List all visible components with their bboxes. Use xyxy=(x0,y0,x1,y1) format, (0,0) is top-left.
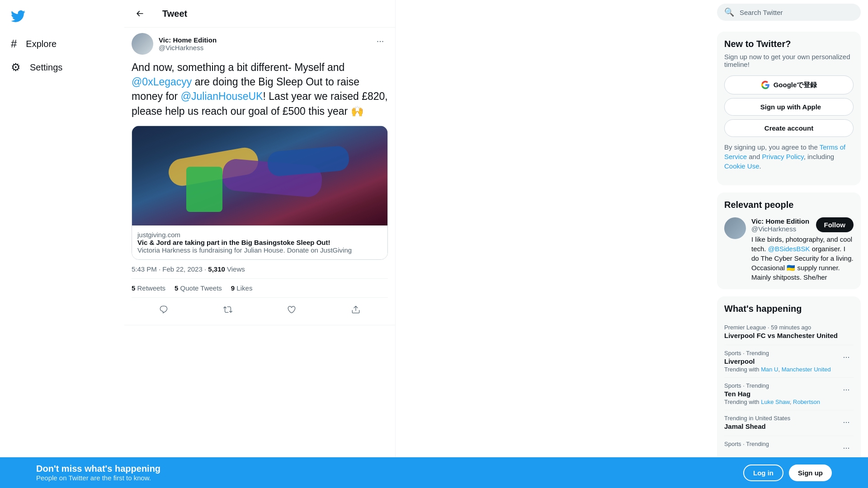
terms-text: By signing up, you agree to the Terms of… xyxy=(724,142,854,171)
person-info: Vic: Home Edition @VicHarkness Follow I … xyxy=(751,217,854,282)
person-avatar[interactable] xyxy=(724,217,746,239)
tweet-page-header: Tweet xyxy=(124,0,395,28)
quote-tweets-stat: 5 Quote Tweets xyxy=(175,284,222,292)
trend-name: Ten Hag xyxy=(724,390,820,398)
author-avatar[interactable] xyxy=(132,33,153,55)
trend-more-button[interactable]: ··· xyxy=(839,415,854,429)
twitter-logo[interactable] xyxy=(5,4,31,30)
create-account-button[interactable]: Create account xyxy=(724,119,854,137)
trend-item-tenhag[interactable]: Sports · Trending Ten Hag Trending with … xyxy=(724,378,854,410)
trend-row: Sports · Trending ··· xyxy=(724,441,854,455)
banner-actions: Log in Sign up xyxy=(743,465,832,481)
trend-content: Sports · Trending xyxy=(724,441,769,447)
tweet-image-canvas xyxy=(132,126,387,225)
gear-icon: ⚙ xyxy=(11,61,21,74)
tweet-stats: 5 Retweets 5 Quote Tweets 9 Likes xyxy=(132,278,388,298)
retweets-stat: 5 Retweets xyxy=(132,284,165,292)
trend-link-manu[interactable]: Man U xyxy=(761,366,778,373)
sidebar-item-settings[interactable]: ⚙ Settings xyxy=(5,56,68,79)
person-handle[interactable]: @VicHarkness xyxy=(751,225,809,233)
person-row: Vic: Home Edition @VicHarkness Follow I … xyxy=(724,217,854,282)
trend-more-button[interactable]: ··· xyxy=(839,441,854,455)
trend-name: Jamal Shead xyxy=(724,422,790,430)
link-domain: justgiving.com xyxy=(137,231,382,239)
mention-link-julian[interactable]: @JulianHouseUK xyxy=(181,90,263,102)
reply-icon xyxy=(159,305,168,314)
google-signup-button[interactable]: Googleで登録 xyxy=(724,75,854,94)
sidebar: # Explore ⚙ Settings xyxy=(0,0,124,488)
author-handle[interactable]: @VicHarkness xyxy=(159,44,217,52)
search-input-wrapper[interactable]: 🔍 xyxy=(717,4,861,21)
tweet-more-button[interactable]: ··· xyxy=(373,33,388,48)
mention-link-legacy[interactable]: @0xLegacyy xyxy=(132,76,192,88)
banner-login-button[interactable]: Log in xyxy=(743,465,783,481)
banner-text: Don't miss what's happening People on Tw… xyxy=(36,464,160,482)
trend-meta: Sports · Trending xyxy=(724,382,820,389)
whats-happening-title: What's happening xyxy=(724,304,854,314)
trend-row: Sports · Trending Ten Hag Trending with … xyxy=(724,382,854,405)
author-details: Vic: Home Edition @VicHarkness xyxy=(159,36,217,52)
author-name[interactable]: Vic: Home Edition xyxy=(159,36,217,44)
trend-desc: Trending with Luke Shaw, Robertson xyxy=(724,399,820,405)
back-arrow-icon xyxy=(135,9,144,18)
bottom-banner: Don't miss what's happening People on Tw… xyxy=(0,457,868,488)
like-button[interactable] xyxy=(283,301,300,318)
trend-more-button[interactable]: ··· xyxy=(839,350,854,364)
sidebar-item-settings-label: Settings xyxy=(30,62,62,73)
trend-link-lukeshaw[interactable]: Luke Shaw xyxy=(761,399,790,405)
trend-item-jamal[interactable]: Trending in United States Jamal Shead ··… xyxy=(724,410,854,436)
trend-meta: Trending in United States xyxy=(724,415,790,422)
new-to-twitter-panel: New to Twitter? Sign up now to get your … xyxy=(717,32,861,185)
share-button[interactable] xyxy=(348,301,364,318)
right-sidebar: 🔍 New to Twitter? Sign up now to get you… xyxy=(710,0,868,488)
tweet-text: And now, something a bit different- Myse… xyxy=(132,60,388,118)
relevant-people-panel: Relevant people Vic: Home Edition @VicHa… xyxy=(717,192,861,289)
cookie-use-link[interactable]: Cookie Use xyxy=(724,162,760,170)
trend-row: Sports · Trending Liverpool Trending wit… xyxy=(724,350,854,373)
trend-meta: Premier League · 59 minutes ago xyxy=(724,324,838,331)
trend-content: Sports · Trending Liverpool Trending wit… xyxy=(724,350,831,373)
trend-content: Sports · Trending Ten Hag Trending with … xyxy=(724,382,820,405)
trend-name: Liverpool FC vs Manchester United xyxy=(724,332,838,339)
retweet-button[interactable] xyxy=(220,301,236,318)
share-icon xyxy=(351,305,360,314)
apple-signup-button[interactable]: Sign up with Apple xyxy=(724,98,854,116)
heart-icon xyxy=(287,305,296,314)
new-to-twitter-subtitle: Sign up now to get your own personalized… xyxy=(724,53,854,68)
search-icon: 🔍 xyxy=(724,7,734,17)
trend-item-liverpool-match[interactable]: Premier League · 59 minutes ago Liverpoo… xyxy=(724,319,854,345)
tweet-link-preview-card[interactable]: justgiving.com Vic & Jord are taking par… xyxy=(132,126,388,260)
trend-row: Trending in United States Jamal Shead ··… xyxy=(724,415,854,431)
sidebar-item-explore[interactable]: # Explore xyxy=(5,32,62,56)
banner-signup-button[interactable]: Sign up xyxy=(789,465,832,481)
trend-item-liverpool[interactable]: Sports · Trending Liverpool Trending wit… xyxy=(724,345,854,378)
follow-button[interactable]: Follow xyxy=(816,217,854,232)
whats-happening-panel: What's happening Premier League · 59 min… xyxy=(717,296,861,467)
back-button[interactable] xyxy=(132,5,148,22)
hashtag-icon: # xyxy=(11,38,17,50)
privacy-policy-link[interactable]: Privacy Policy xyxy=(762,153,803,160)
trend-link-manutd[interactable]: Manchester United xyxy=(782,366,831,373)
tweet-preview-image xyxy=(132,126,387,225)
person-bio: I like birds, photography, and cool tech… xyxy=(751,235,854,282)
apple-signup-label: Sign up with Apple xyxy=(760,103,821,111)
bsides-mention-link[interactable]: @BSidesBSK xyxy=(768,245,810,253)
person-name-handle: Vic: Home Edition @VicHarkness xyxy=(751,217,809,233)
trend-row: Premier League · 59 minutes ago Liverpoo… xyxy=(724,324,854,340)
search-input[interactable] xyxy=(740,9,854,16)
reply-button[interactable] xyxy=(156,301,172,318)
trend-more-button[interactable]: ··· xyxy=(839,382,854,397)
tweet-time: 5:43 PM · Feb 22, 2023 xyxy=(132,265,203,273)
tweet-author-row: Vic: Home Edition @VicHarkness ··· xyxy=(132,33,388,55)
banner-primary-text: Don't miss what's happening xyxy=(36,464,160,474)
trend-item-last[interactable]: Sports · Trending ··· xyxy=(724,436,854,460)
main-content: Tweet Vic: Home Edition @VicHarkness ···… xyxy=(124,0,396,488)
person-name[interactable]: Vic: Home Edition xyxy=(751,217,809,225)
trend-meta: Sports · Trending xyxy=(724,441,769,447)
tweet-timestamp: 5:43 PM · Feb 22, 2023 · 5,310 Views xyxy=(132,265,388,273)
likes-stat: 9 Likes xyxy=(231,284,253,292)
twitter-logo-icon xyxy=(11,9,25,23)
google-signup-label: Googleで登録 xyxy=(774,81,817,89)
banner-secondary-text: People on Twitter are the first to know. xyxy=(36,474,160,482)
trend-link-robertson[interactable]: Robertson xyxy=(793,399,820,405)
